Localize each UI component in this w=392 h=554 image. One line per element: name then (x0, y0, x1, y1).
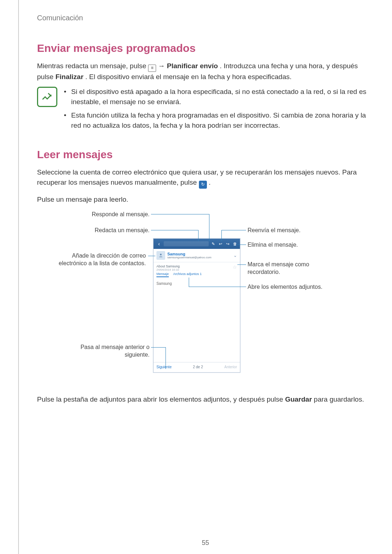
heading-read: Leer mensajes (37, 148, 370, 161)
back-icon[interactable]: ‹ (156, 241, 162, 247)
svg-point-0 (160, 254, 162, 256)
nav-count: 2 de 2 (193, 365, 203, 369)
email-diagram: ‹ ✎ ↩ ↪ 🗑 Samsung samsungusermanual@yaho… (37, 209, 349, 383)
callout-reply: Responde al mensaje. (48, 211, 150, 218)
text: . (209, 178, 211, 186)
attachments-paragraph: Pulse la pestaña de adjuntos para abrir … (37, 394, 370, 405)
text-bold: Guardar (285, 395, 312, 403)
subject-text: About Samsung (156, 264, 180, 268)
text: para guardarlos. (314, 395, 364, 403)
nav-prev-button[interactable]: Anterior (224, 365, 237, 369)
phone-mockup: ‹ ✎ ↩ ↪ 🗑 Samsung samsungusermanual@yaho… (153, 238, 240, 373)
phone-nav: Siguiente 2 de 2 Anterior (154, 362, 240, 372)
phone-body: Samsung (154, 279, 240, 362)
address-bar (164, 241, 209, 246)
read-paragraph-2: Pulse un mensaje para leerlo. (37, 194, 370, 205)
phone-subject-row: About Samsung 24/04/2014 16:10 ☆ (154, 262, 240, 272)
callout-prev-next: Pasa al mensaje anterior o siguiente. (59, 344, 150, 359)
avatar-icon[interactable] (156, 251, 165, 260)
tab-attachments[interactable]: Archivos adjuntos 1 (173, 272, 202, 277)
callout-forward: Reenvía el mensaje. (248, 227, 301, 234)
delete-icon[interactable]: 🗑 (232, 241, 238, 247)
text: Pulse la pestaña de adjuntos para abrir … (37, 395, 285, 403)
from-email: samsungusermanual@yahoo.com (167, 256, 231, 259)
phone-tabs: Mensaje Archivos adjuntos 1 (154, 272, 240, 279)
note-block: Si el dispositivo está apagado a la hora… (37, 87, 370, 134)
date-text: 24/04/2014 16:10 (156, 268, 180, 271)
text-bold: Planificar envío (167, 62, 218, 70)
text: Seleccione la cuenta de correo electróni… (37, 168, 357, 186)
nav-next-button[interactable]: Siguiente (156, 365, 172, 369)
text: → (158, 62, 167, 70)
reply-icon[interactable]: ↩ (217, 241, 223, 247)
text-bold: Finalizar (56, 73, 83, 81)
note-list: Si el dispositivo está apagado a la hora… (64, 87, 370, 134)
chevron-down-icon[interactable]: ⌄ (233, 253, 237, 258)
menu-icon: ≡ (148, 65, 156, 72)
note-item: Si el dispositivo está apagado a la hora… (64, 87, 370, 107)
read-paragraph-1: Seleccione la cuenta de correo electróni… (37, 167, 370, 188)
callout-compose: Redacta un mensaje. (48, 227, 150, 234)
phone-from-row: Samsung samsungusermanual@yahoo.com ⌄ (154, 249, 240, 262)
page-number: 55 (19, 539, 392, 547)
note-icon (37, 87, 57, 107)
heading-scheduled: Enviar mensajes programados (37, 42, 370, 54)
phone-toolbar: ‹ ✎ ↩ ↪ 🗑 (154, 239, 240, 249)
note-item: Esta función utiliza la fecha y hora pro… (64, 110, 370, 130)
text: . El dispositivo enviará el mensaje en l… (85, 73, 291, 81)
forward-icon[interactable]: ↪ (225, 241, 230, 247)
breadcrumb: Comunicación (37, 14, 370, 22)
callout-attachments: Abre los elementos adjuntos. (248, 283, 322, 291)
compose-icon[interactable]: ✎ (210, 241, 216, 247)
refresh-icon: ↻ (199, 181, 207, 189)
callout-add-contact: Añade la dirección de correo electrónico… (48, 252, 146, 267)
scheduled-paragraph: Mientras redacta un mensaje, pulse ≡ → P… (37, 61, 370, 82)
callout-delete: Elimina el mensaje. (248, 241, 298, 249)
star-icon[interactable]: ☆ (233, 264, 237, 271)
callout-reminder: Marca el mensaje como recordatorio. (248, 261, 335, 276)
tab-message[interactable]: Mensaje (156, 272, 169, 277)
text: Mientras redacta un mensaje, pulse (37, 62, 148, 70)
